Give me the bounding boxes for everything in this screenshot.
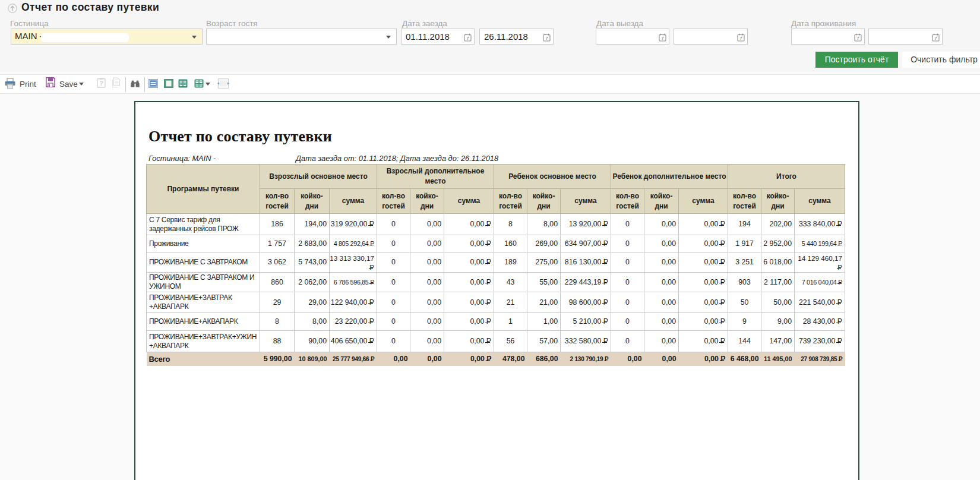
svg-text:7: 7	[856, 36, 859, 41]
svg-text:7: 7	[545, 36, 548, 41]
svg-text:?: ?	[99, 80, 103, 87]
svg-text:7: 7	[661, 36, 664, 41]
svg-text:7: 7	[934, 36, 937, 41]
svg-text:7: 7	[739, 36, 742, 41]
svg-text:7: 7	[466, 36, 469, 41]
